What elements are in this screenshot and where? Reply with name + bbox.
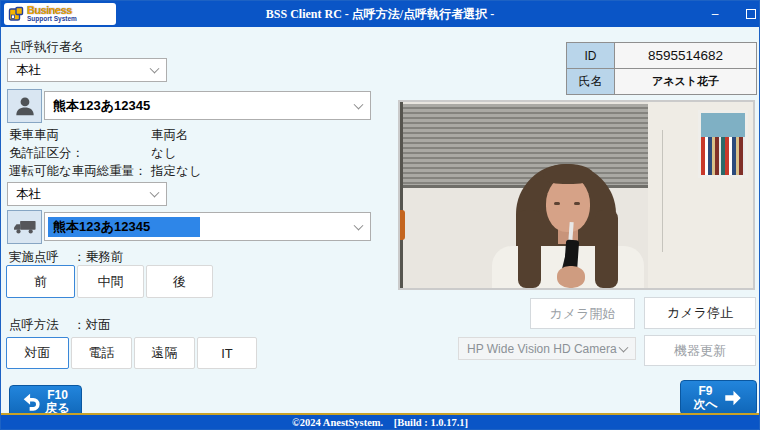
vehicle-icon-box	[7, 210, 42, 244]
chevron-down-icon	[619, 342, 629, 352]
name-value-cell: アネスト花子	[615, 69, 756, 94]
table-row: 氏名 アネスト花子	[567, 68, 756, 94]
id-value-cell: 8595514682	[615, 43, 756, 68]
device-refresh-button[interactable]: 機器更新	[644, 335, 756, 366]
vehicle-plate-select[interactable]: 熊本123あ12345	[44, 212, 371, 241]
method-current: ：対面	[73, 318, 111, 332]
driver-info-table: ID 8595514682 氏名 アネスト花子	[566, 42, 757, 95]
name-label-cell: 氏名	[567, 69, 615, 94]
person-icon	[14, 94, 36, 118]
chevron-down-icon	[354, 99, 364, 109]
rollcall-option-before[interactable]: 前	[6, 265, 75, 298]
chevron-down-icon	[354, 220, 364, 230]
method-option-it[interactable]: IT	[197, 337, 257, 369]
camera-preview	[398, 100, 755, 290]
id-label-cell: ID	[567, 43, 615, 68]
restore-button[interactable]	[739, 1, 760, 27]
truck-icon	[12, 218, 38, 236]
copyright-text: ©2024 AnestSystem. [Build : 1.0.17.1]	[292, 416, 468, 430]
back-key: F10	[47, 389, 68, 402]
camera-device-value: HP Wide Vision HD Camera	[467, 342, 617, 356]
back-button-text: F10 戻る	[45, 389, 69, 414]
method-label: 点呼方法	[9, 317, 73, 334]
chevron-down-icon	[150, 64, 160, 74]
vehicle-heading: 乗車車両	[9, 127, 59, 144]
method-label-row: 点呼方法：対面	[9, 317, 111, 334]
rollcall-label: 実施点呼	[9, 249, 73, 266]
weight-value: 指定なし	[151, 163, 202, 180]
executor-office-select[interactable]: 本社	[7, 58, 167, 82]
person-eye-left	[554, 202, 560, 205]
method-option-face[interactable]: 対面	[6, 337, 69, 369]
left-edge-strip	[400, 102, 403, 288]
book-spines	[701, 137, 745, 175]
rollcall-label-row: 実施点呼：乗務前	[9, 249, 123, 266]
driver-icon-box	[7, 89, 42, 123]
person-hair-left	[518, 210, 541, 288]
hanging-cord	[662, 130, 663, 252]
method-option-remote[interactable]: 遠隔	[134, 337, 195, 369]
license-value: なし	[151, 145, 177, 162]
next-button[interactable]: F9 次へ	[680, 380, 757, 415]
rollcall-option-middle[interactable]: 中間	[77, 265, 144, 298]
restore-icon	[746, 9, 756, 19]
vehicle-office-value: 本社	[16, 186, 41, 203]
camera-stop-button[interactable]: カメラ停止	[644, 297, 756, 329]
status-bar: ©2024 AnestSystem. [Build : 1.0.17.1]	[1, 413, 759, 430]
executor-driver-select[interactable]: 熊本123あ12345	[44, 91, 371, 120]
vehicle-plate-value: 熊本123あ12345	[48, 217, 200, 237]
window-blinds	[402, 104, 648, 186]
person-hand	[557, 266, 585, 288]
rollcall-current: ：乗務前	[73, 250, 123, 264]
person-face	[546, 176, 590, 232]
app-window: Business Support System BSS Client RC - …	[0, 0, 760, 430]
executor-driver-value: 熊本123あ12345	[53, 97, 150, 115]
back-arrow-icon	[21, 392, 41, 412]
vehicle-name-label: 車両名	[151, 127, 189, 144]
next-button-text: F9 次へ	[693, 385, 717, 410]
minimize-button[interactable]: –	[703, 1, 727, 27]
weight-label: 運転可能な車両総重量：	[9, 163, 147, 180]
vehicle-office-select[interactable]: 本社	[7, 182, 167, 206]
table-row: ID 8595514682	[567, 43, 756, 68]
method-option-phone[interactable]: 電話	[71, 337, 132, 369]
executor-office-value: 本社	[16, 62, 41, 79]
license-label: 免許証区分：	[9, 145, 84, 162]
window-title: BSS Client RC - 点呼方法/点呼執行者選択 -	[1, 1, 759, 27]
person-hair-fringe	[543, 164, 593, 184]
chevron-down-icon	[150, 188, 160, 198]
person-hair-right	[595, 210, 618, 288]
camera-start-button[interactable]: カメラ開始	[530, 298, 635, 329]
bookshelf-window	[698, 110, 748, 178]
camera-scene	[400, 102, 753, 288]
next-label: 次へ	[693, 398, 717, 411]
executor-section-label: 点呼執行者名	[9, 39, 84, 56]
next-key: F9	[698, 385, 712, 398]
rollcall-option-after[interactable]: 後	[146, 265, 213, 298]
title-bar: Business Support System BSS Client RC - …	[1, 1, 759, 27]
camera-device-select[interactable]: HP Wide Vision HD Camera	[458, 337, 636, 360]
next-arrow-icon	[722, 388, 744, 408]
person-eye-right	[574, 202, 580, 205]
orange-object	[400, 210, 405, 240]
